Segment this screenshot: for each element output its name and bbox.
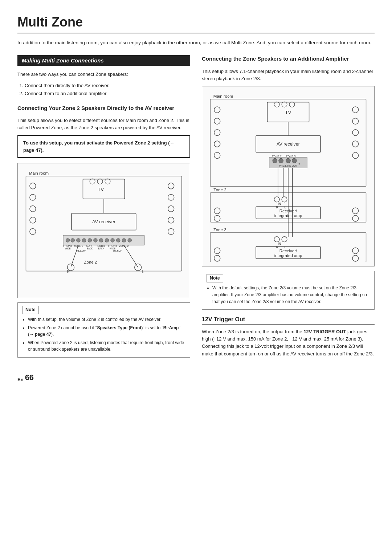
svg-point-2 — [30, 183, 36, 189]
svg-point-65 — [282, 102, 287, 107]
svg-point-72 — [279, 158, 283, 163]
callout-box: To use this setup, you must activate the… — [17, 135, 190, 158]
svg-point-24 — [82, 239, 86, 242]
svg-point-96 — [274, 237, 279, 242]
svg-text:BACK: BACK — [98, 247, 105, 250]
note-item: When Powered Zone 2 is used, listening m… — [28, 339, 185, 353]
ways-text: There are two ways you can connect Zone … — [17, 71, 190, 78]
svg-text:ZONE 2: ZONE 2 — [119, 244, 128, 248]
svg-text:Zone 2: Zone 2 — [213, 188, 226, 192]
svg-text:ZONE 3: ZONE 3 — [286, 155, 295, 158]
svg-text:PRE/LINE OUT: PRE/LINE OUT — [279, 164, 298, 167]
svg-point-93 — [352, 215, 359, 221]
svg-point-55 — [214, 141, 220, 147]
svg-text:BI-AMP: BI-AMP — [113, 250, 122, 253]
svg-point-107 — [352, 255, 359, 261]
zone2-title: Connecting Your Zone 2 Speakers Directly… — [17, 105, 190, 114]
svg-text:L: L — [142, 270, 144, 274]
callout-text: To use this setup, you must activate the… — [23, 140, 175, 153]
zone2-body: This setup allows you to select differen… — [17, 117, 190, 131]
svg-point-59 — [352, 130, 359, 136]
svg-point-5 — [30, 217, 36, 223]
page-number: 66 — [25, 373, 34, 382]
note-title-right: Note — [207, 274, 223, 282]
svg-point-97 — [282, 237, 287, 242]
svg-text:BACK: BACK — [87, 247, 93, 250]
intro-text: In addition to the main listening room, … — [17, 39, 375, 46]
svg-point-21 — [66, 239, 69, 242]
svg-point-3 — [30, 195, 36, 201]
svg-text:AV receiver: AV receiver — [277, 142, 300, 147]
svg-point-53 — [214, 118, 220, 124]
svg-text:IN: IN — [278, 202, 281, 205]
trigger-body-text1: When Zone 2/3 is turned on, the output f… — [202, 329, 303, 334]
svg-point-10 — [168, 217, 174, 223]
svg-point-60 — [352, 141, 359, 147]
svg-text:Zone 3: Zone 3 — [213, 228, 226, 232]
note-item: Powered Zone 2 cannot be used if "Speake… — [28, 325, 185, 338]
svg-point-15 — [97, 179, 103, 184]
svg-point-82 — [274, 197, 279, 202]
svg-point-11 — [168, 229, 174, 235]
right-column: Connecting the Zone Speakers to an Addit… — [202, 55, 375, 361]
svg-point-27 — [99, 239, 103, 242]
ways-list: Connect them directly to the AV receiver… — [25, 82, 190, 98]
svg-text:TV: TV — [285, 110, 291, 115]
svg-point-14 — [90, 179, 95, 184]
svg-text:ZONE 2: ZONE 2 — [272, 155, 281, 158]
svg-point-32 — [128, 239, 131, 242]
zone23-diagram: Main room TV — [202, 86, 375, 266]
trigger-body: When Zone 2/3 is turned on, the output f… — [202, 328, 375, 358]
svg-point-52 — [214, 107, 220, 113]
svg-text:TV: TV — [98, 187, 104, 192]
note-box-right: Note With the default settings, the Zone… — [202, 271, 375, 310]
svg-point-105 — [214, 255, 220, 261]
svg-text:WIDE: WIDE — [65, 247, 70, 250]
zone2-diagram: Main room TV — [17, 163, 190, 298]
svg-point-28 — [105, 239, 109, 242]
svg-point-16 — [105, 179, 110, 184]
svg-point-9 — [168, 206, 174, 212]
svg-point-30 — [117, 239, 120, 242]
trigger-bold1: 12V TRIGGER OUT — [303, 329, 346, 334]
svg-point-54 — [214, 130, 220, 136]
svg-point-64 — [274, 102, 279, 107]
svg-point-56 — [214, 152, 220, 159]
additional-amp-title: Connecting the Zone Speakers to an Addit… — [202, 55, 375, 64]
zone2-diagram-svg: Main room TV — [22, 168, 185, 293]
svg-point-26 — [94, 239, 97, 242]
svg-text:Receiver/: Receiver/ — [279, 249, 297, 253]
list-item: Connect them to an additional amplifier. — [25, 90, 190, 98]
svg-point-92 — [352, 208, 359, 214]
svg-point-106 — [352, 248, 359, 254]
svg-rect-20 — [63, 236, 144, 245]
svg-point-22 — [71, 239, 74, 242]
svg-text:Main room: Main room — [29, 171, 49, 175]
note-title-left: Note — [22, 306, 39, 314]
left-column: Making Multi Zone Connections There are … — [17, 55, 190, 361]
svg-text:R: R — [67, 270, 70, 274]
svg-point-57 — [352, 107, 359, 113]
svg-text:R: R — [276, 245, 278, 249]
svg-text:Zone 2: Zone 2 — [84, 260, 97, 264]
svg-point-83 — [282, 197, 287, 202]
svg-point-66 — [289, 102, 295, 107]
page-footer: En 66 — [17, 373, 375, 382]
note-box-left: Note With this setup, the volume of Zone… — [17, 302, 190, 358]
notes-list-left: With this setup, the volume of Zone 2 is… — [28, 316, 185, 353]
svg-point-31 — [122, 239, 126, 242]
svg-text:integrated amp: integrated amp — [274, 253, 302, 258]
svg-text:BI-AMP: BI-AMP — [77, 250, 86, 253]
svg-point-90 — [214, 208, 220, 214]
svg-point-91 — [214, 215, 220, 221]
making-connections-header: Making Multi Zone Connections — [17, 55, 190, 66]
svg-text:R: R — [276, 205, 278, 209]
footer-lang: En — [17, 377, 24, 382]
svg-text:L: L — [298, 158, 299, 162]
two-column-layout: Making Multi Zone Connections There are … — [17, 55, 375, 361]
svg-text:Main room: Main room — [213, 94, 233, 98]
svg-text:R: R — [298, 162, 300, 166]
svg-text:IN: IN — [278, 242, 281, 245]
trigger-title: 12V Trigger Out — [202, 316, 375, 325]
svg-point-29 — [111, 239, 114, 242]
